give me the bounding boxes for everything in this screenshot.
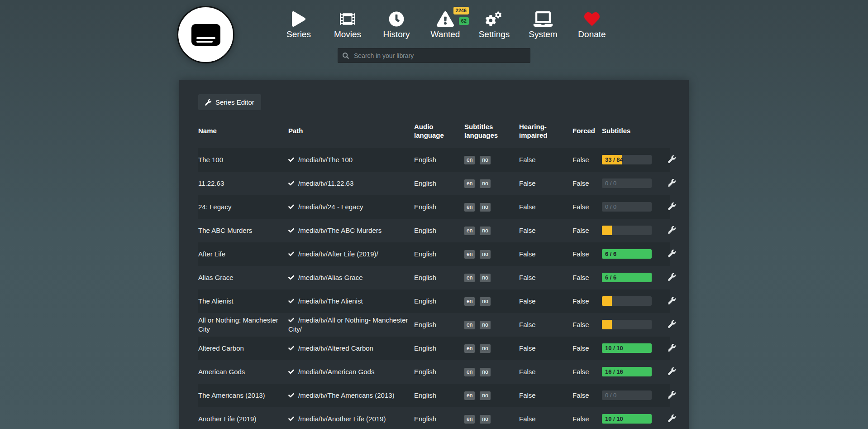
bazarr-logo[interactable] xyxy=(177,6,234,63)
actions-cell xyxy=(667,296,677,307)
header-hearing-impaired: Hearing-impaired xyxy=(519,123,572,140)
edit-series-button[interactable] xyxy=(667,249,677,258)
language-badge: no xyxy=(480,203,490,212)
subtitle-languages-cell: enno xyxy=(464,320,519,330)
nav-settings[interactable]: Settings xyxy=(470,10,519,39)
header-path: Path xyxy=(288,127,414,135)
series-name-text: Altered Carbon xyxy=(198,344,244,352)
edit-series-button[interactable] xyxy=(667,272,677,282)
series-name-text: After Life xyxy=(198,250,225,258)
edit-series-button[interactable] xyxy=(667,414,677,423)
edit-series-button[interactable] xyxy=(667,154,677,164)
edit-series-button[interactable] xyxy=(667,296,677,305)
series-name[interactable]: Altered Carbon xyxy=(198,344,288,353)
series-name[interactable]: The ABC Murders xyxy=(198,226,288,235)
hearing-impaired-cell: False xyxy=(519,297,572,306)
series-name-text: Alias Grace xyxy=(198,274,234,281)
nav-donate[interactable]: Donate xyxy=(568,10,616,39)
subtitles-progress-bar: 33 / 84 xyxy=(602,155,652,164)
film-icon xyxy=(338,10,358,28)
nav-movies[interactable]: Movies xyxy=(323,10,372,39)
edit-series-button[interactable] xyxy=(667,390,677,400)
audio-language-cell: English xyxy=(414,344,464,353)
language-badge: no xyxy=(480,297,490,306)
subtitle-languages-cell: enno xyxy=(464,390,519,400)
actions-cell xyxy=(667,154,677,165)
library-search xyxy=(338,48,530,63)
series-path-text: /media/tv/American Gods xyxy=(298,368,374,376)
forced-value: False xyxy=(572,391,589,399)
heart-icon xyxy=(582,10,602,28)
language-badge: no xyxy=(480,368,490,377)
series-name[interactable]: The 100 xyxy=(198,155,288,164)
edit-series-button[interactable] xyxy=(667,225,677,235)
edit-series-button[interactable] xyxy=(667,319,677,329)
series-name[interactable]: Alias Grace xyxy=(198,273,288,282)
series-path: /media/tv/All or Nothing- Manchester Cit… xyxy=(288,316,414,333)
audio-language: English xyxy=(414,391,436,399)
nav-series[interactable]: Series xyxy=(274,10,323,39)
series-editor-button[interactable]: Series Editor xyxy=(198,94,261,110)
check-icon xyxy=(288,202,294,212)
series-name-text: 24: Legacy xyxy=(198,203,231,211)
audio-language-cell: English xyxy=(414,391,464,400)
language-badge: en xyxy=(464,297,475,306)
series-name[interactable]: After Life xyxy=(198,250,288,259)
audio-language-cell: English xyxy=(414,273,464,282)
series-name[interactable]: 24: Legacy xyxy=(198,202,288,212)
edit-series-button[interactable] xyxy=(667,202,677,211)
gears-icon xyxy=(484,10,504,28)
forced-cell: False xyxy=(572,415,602,424)
hearing-impaired-value: False xyxy=(519,203,536,211)
forced-value: False xyxy=(572,156,589,164)
series-name[interactable]: The Americans (2013) xyxy=(198,391,288,400)
progress-fill xyxy=(602,320,612,329)
forced-value: False xyxy=(572,321,589,328)
language-badge: en xyxy=(464,391,475,400)
nav-wanted[interactable]: 2246 62 Wanted xyxy=(421,10,470,39)
series-name[interactable]: All or Nothing: Manchester City xyxy=(198,316,288,333)
header-forced: Forced xyxy=(572,127,602,135)
header-subtitles: Subtitles xyxy=(602,127,667,135)
edit-series-button[interactable] xyxy=(667,366,677,376)
search-input[interactable] xyxy=(353,52,525,60)
subtitles-progress-cell: 10 / 10 xyxy=(602,414,667,424)
forced-value: False xyxy=(572,297,589,305)
nav-system[interactable]: System xyxy=(519,10,568,39)
forced-cell: False xyxy=(572,179,602,188)
progress-label: 0 / 0 xyxy=(605,390,616,400)
series-name[interactable]: The Alienist xyxy=(198,297,288,306)
subtitles-progress-bar: 10 / 10 xyxy=(602,343,652,353)
edit-series-button[interactable] xyxy=(667,178,677,188)
series-path: /media/tv/The 100 xyxy=(288,155,414,164)
actions-cell xyxy=(667,319,677,330)
series-path-text: /media/tv/11.22.63 xyxy=(298,179,353,187)
wrench-icon xyxy=(205,99,211,106)
series-path: /media/tv/The Americans (2013) xyxy=(288,391,414,400)
forced-value: False xyxy=(572,368,589,376)
actions-cell xyxy=(667,414,677,424)
series-path: /media/tv/Altered Carbon xyxy=(288,344,414,353)
progress-fill xyxy=(602,226,612,235)
actions-cell xyxy=(667,390,677,401)
series-name[interactable]: American Gods xyxy=(198,367,288,376)
edit-series-button[interactable] xyxy=(667,343,677,352)
language-badge: no xyxy=(480,344,490,353)
series-table: Name Path Audio language Subtitles langu… xyxy=(198,123,670,429)
hearing-impaired-value: False xyxy=(519,156,536,164)
progress-label: 16 / 16 xyxy=(605,367,623,376)
wanted-count-badge: 2246 xyxy=(453,7,469,14)
audio-language-cell: English xyxy=(414,415,464,424)
language-badge: no xyxy=(480,227,490,236)
audio-language: English xyxy=(414,321,436,328)
series-name[interactable]: Another Life (2019) xyxy=(198,415,288,424)
series-name[interactable]: 11.22.63 xyxy=(198,179,288,188)
hearing-impaired-cell: False xyxy=(519,415,572,424)
progress-label: 6 / 6 xyxy=(605,249,616,259)
hearing-impaired-value: False xyxy=(519,179,536,187)
forced-value: False xyxy=(572,344,589,352)
series-name-text: 11.22.63 xyxy=(198,179,224,187)
nav-history[interactable]: History xyxy=(372,10,421,39)
table-header: Name Path Audio language Subtitles langu… xyxy=(198,123,670,148)
progress-label: 0 / 0 xyxy=(605,178,616,188)
